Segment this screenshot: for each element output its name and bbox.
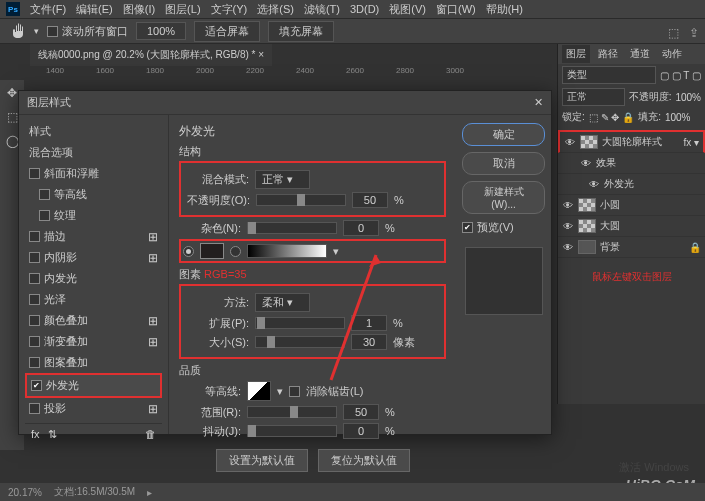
- opacity-value[interactable]: 100%: [675, 92, 701, 103]
- layer-effects[interactable]: 👁 效果: [558, 153, 705, 174]
- visibility-icon[interactable]: 👁: [588, 178, 600, 190]
- blend-options[interactable]: 混合选项: [25, 142, 162, 163]
- cancel-button[interactable]: 取消: [462, 152, 545, 175]
- jitter-input[interactable]: [343, 423, 379, 439]
- visibility-icon[interactable]: 👁: [562, 199, 574, 211]
- visibility-icon[interactable]: 👁: [580, 157, 592, 169]
- close-tab-icon[interactable]: ×: [258, 49, 264, 60]
- opacity-slider[interactable]: [256, 194, 346, 206]
- style-satin[interactable]: 光泽: [25, 289, 162, 310]
- range-slider[interactable]: [247, 406, 337, 418]
- gradient-radio[interactable]: [230, 246, 241, 257]
- close-icon[interactable]: ✕: [534, 96, 543, 109]
- style-inner-glow[interactable]: 内发光: [25, 268, 162, 289]
- jitter-slider[interactable]: [247, 425, 337, 437]
- gradient-swatch[interactable]: [247, 244, 327, 258]
- search-icon[interactable]: ⬚: [668, 26, 679, 40]
- add-icon[interactable]: ⊞: [148, 314, 158, 328]
- filter-icons[interactable]: ▢ ▢ T ▢: [660, 70, 701, 81]
- tab-actions[interactable]: 动作: [658, 45, 686, 63]
- up-down-icon[interactable]: ⇅: [48, 428, 57, 441]
- add-icon[interactable]: ⊞: [148, 335, 158, 349]
- glow-color-swatch[interactable]: [200, 243, 224, 259]
- fill-screen-button[interactable]: 填充屏幕: [268, 21, 334, 42]
- styles-header[interactable]: 样式: [25, 121, 162, 142]
- blend-mode-select[interactable]: 正常: [562, 88, 625, 106]
- style-drop-shadow[interactable]: 投影⊞: [25, 398, 162, 419]
- tab-paths[interactable]: 路径: [594, 45, 622, 63]
- trash-icon[interactable]: 🗑: [145, 428, 156, 441]
- dropdown-arrow-icon[interactable]: ▾: [34, 26, 39, 36]
- zoom-100-button[interactable]: 100%: [136, 22, 186, 40]
- style-contour[interactable]: 等高线: [25, 184, 162, 205]
- layer-big-circle[interactable]: 👁 大圆: [558, 216, 705, 237]
- add-icon[interactable]: ⊞: [148, 402, 158, 416]
- filter-kind-select[interactable]: 类型: [562, 66, 656, 84]
- style-bevel[interactable]: 斜面和浮雕: [25, 163, 162, 184]
- layer-small-circle[interactable]: 👁 小圆: [558, 195, 705, 216]
- blend-mode-select[interactable]: 正常 ▾: [255, 170, 310, 189]
- size-slider[interactable]: [255, 336, 345, 348]
- add-icon[interactable]: ⊞: [148, 230, 158, 244]
- menu-3d[interactable]: 3D(D): [346, 3, 383, 15]
- noise-slider[interactable]: [247, 222, 337, 234]
- spread-input[interactable]: [351, 315, 387, 331]
- reset-default-button[interactable]: 复位为默认值: [318, 449, 410, 472]
- visibility-icon[interactable]: 👁: [564, 136, 576, 148]
- document-size[interactable]: 文档:16.5M/30.5M: [54, 485, 135, 499]
- status-arrow-icon[interactable]: ▸: [147, 487, 152, 498]
- menu-file[interactable]: 文件(F): [26, 2, 70, 17]
- range-input[interactable]: [343, 404, 379, 420]
- tab-layers[interactable]: 图层: [562, 45, 590, 63]
- lock-icons[interactable]: ⬚ ✎ ✥ 🔒: [589, 112, 634, 123]
- antialias-checkbox[interactable]: [289, 386, 300, 397]
- opacity-input[interactable]: [352, 192, 388, 208]
- size-unit: 像素: [393, 335, 415, 350]
- menu-help[interactable]: 帮助(H): [482, 2, 527, 17]
- color-radio[interactable]: [183, 246, 194, 257]
- fit-screen-button[interactable]: 适合屏幕: [194, 21, 260, 42]
- menu-view[interactable]: 视图(V): [385, 2, 430, 17]
- menu-select[interactable]: 选择(S): [253, 2, 298, 17]
- fx-badge-icon[interactable]: fx ▾: [683, 137, 699, 148]
- document-tab[interactable]: 线稿0000.png @ 20.2% (大圆轮廓样式, RGB/8) * ×: [30, 44, 272, 66]
- new-style-button[interactable]: 新建样式(W)...: [462, 181, 545, 214]
- style-texture[interactable]: 纹理: [25, 205, 162, 226]
- preview-checkbox[interactable]: 预览(V): [462, 220, 545, 235]
- add-icon[interactable]: ⊞: [148, 251, 158, 265]
- dropdown-icon[interactable]: ▾: [277, 385, 283, 398]
- layer-background[interactable]: 👁 背景 🔒: [558, 237, 705, 258]
- share-icon[interactable]: ⇪: [689, 26, 699, 40]
- zoom-level[interactable]: 20.17%: [8, 487, 42, 498]
- noise-input[interactable]: [343, 220, 379, 236]
- menu-window[interactable]: 窗口(W): [432, 2, 480, 17]
- technique-select[interactable]: 柔和 ▾: [255, 293, 310, 312]
- menu-layer[interactable]: 图层(L): [161, 2, 204, 17]
- contour-picker[interactable]: [247, 381, 271, 401]
- style-inner-shadow[interactable]: 内阴影⊞: [25, 247, 162, 268]
- style-outer-glow[interactable]: 外发光: [25, 373, 162, 398]
- menu-edit[interactable]: 编辑(E): [72, 2, 117, 17]
- style-gradient-overlay[interactable]: 渐变叠加⊞: [25, 331, 162, 352]
- jitter-unit: %: [385, 425, 395, 437]
- style-stroke[interactable]: 描边⊞: [25, 226, 162, 247]
- menu-type[interactable]: 文字(Y): [207, 2, 252, 17]
- fx-icon[interactable]: fx: [31, 428, 40, 441]
- style-color-overlay[interactable]: 颜色叠加⊞: [25, 310, 162, 331]
- style-pattern-overlay[interactable]: 图案叠加: [25, 352, 162, 373]
- visibility-icon[interactable]: 👁: [562, 220, 574, 232]
- ok-button[interactable]: 确定: [462, 123, 545, 146]
- make-default-button[interactable]: 设置为默认值: [216, 449, 308, 472]
- preview-label: 预览(V): [477, 220, 514, 235]
- size-input[interactable]: [351, 334, 387, 350]
- fill-value[interactable]: 100%: [665, 112, 691, 123]
- menu-image[interactable]: 图像(I): [119, 2, 159, 17]
- dropdown-icon[interactable]: ▾: [333, 245, 339, 258]
- spread-slider[interactable]: [255, 317, 345, 329]
- layer-main-outline[interactable]: 👁 大圆轮廓样式 fx ▾: [558, 130, 705, 153]
- layer-outer-glow-fx[interactable]: 👁 外发光: [558, 174, 705, 195]
- visibility-icon[interactable]: 👁: [562, 241, 574, 253]
- scroll-all-checkbox[interactable]: 滚动所有窗口: [47, 24, 128, 39]
- tab-channels[interactable]: 通道: [626, 45, 654, 63]
- menu-filter[interactable]: 滤镜(T): [300, 2, 344, 17]
